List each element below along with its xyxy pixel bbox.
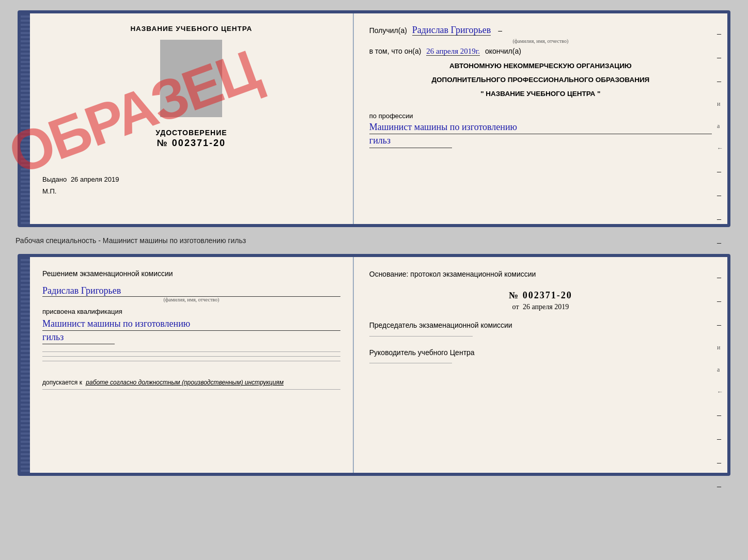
- side-dashes-bottom: – – – и а ← – – – –: [717, 273, 723, 491]
- bottom-right-panel: Основание: протокол экзаменационной коми…: [354, 257, 727, 473]
- ruk-title: Руководитель учебного Центра: [369, 347, 712, 359]
- bottom-document: Решением экзаменационной комиссии Радисл…: [18, 254, 730, 476]
- bottom-left-panel: Решением экзаменационной комиссии Радисл…: [30, 257, 354, 473]
- poluchil-block: Получил(а) Радислав Григорьев –: [369, 25, 712, 36]
- ruk-sign-line: [369, 363, 452, 363]
- pred-sign-line: [369, 336, 473, 337]
- pred-title: Председатель экзаменационной комиссии: [369, 319, 712, 332]
- profession-line1: Машинист машины по изготовлению: [369, 121, 712, 134]
- finish-date: 26 апреля 2019г.: [426, 47, 480, 56]
- bottom-fam-subtitle: (фамилия, имя, отчество): [42, 297, 340, 302]
- top-right-panel: Получил(а) Радислав Григорьев – (фамилия…: [354, 13, 727, 224]
- vydano-date: 26 апреля 2019: [71, 175, 119, 183]
- school-name-title: НАЗВАНИЕ УЧЕБНОГО ЦЕНТРА: [42, 25, 340, 33]
- side-dashes-top: – – – и а ← – – – –: [717, 29, 723, 247]
- bottom-recipient-name: Радислав Григорьев: [42, 285, 340, 297]
- mp-line: М.П.: [42, 187, 340, 195]
- profession-line2: гильз: [369, 134, 452, 148]
- dopusk-label: допускается к: [42, 379, 82, 386]
- recipient-name: Радислав Григорьев: [412, 25, 491, 36]
- spine-top: [21, 13, 30, 224]
- qualification-line2: гильз: [42, 331, 115, 344]
- vydano-line: Выдано 26 апреля 2019: [42, 175, 340, 183]
- komissia-title: Решением экзаменационной комиссии: [42, 268, 340, 279]
- blank-line2: [42, 356, 340, 357]
- blank-line3: [42, 361, 340, 361]
- po-professii-label: по профессии: [369, 112, 712, 120]
- qualification-line1: Машинист машины по изготовлению: [42, 317, 340, 331]
- dash1: –: [498, 26, 502, 35]
- vydano-label: Выдано: [42, 175, 67, 183]
- stamp-text: ОБРАЗЕЦ: [3, 43, 264, 180]
- org-line1: АВТОНОМНУЮ НЕКОММЕРЧЕСКУЮ ОРГАНИЗАЦИЮ: [369, 61, 712, 72]
- udostoverenie-block: УДОСТОВЕРЕНИЕ № 002371-20: [42, 129, 340, 150]
- bottom-date-line: от 26 апреля 2019: [369, 303, 712, 311]
- okonchil-label: окончил(а): [485, 47, 521, 55]
- prisvoena-label: присвоена квалификация: [42, 308, 340, 315]
- separator-text: Рабочая специальность - Машинист машины …: [10, 236, 246, 245]
- bottom-num: № 002371-20: [369, 290, 712, 301]
- udostoverenie-label: УДОСТОВЕРЕНИЕ: [42, 129, 340, 137]
- fam-subtitle-top: (фамилия, имя, отчество): [369, 38, 712, 44]
- blank-line1: [42, 351, 340, 352]
- poluchil-label: Получил(а): [369, 26, 407, 35]
- osnovanie-text: Основание: протокол экзаменационной коми…: [369, 268, 712, 281]
- dopusk-text: работе согласно должностным (производств…: [86, 379, 284, 386]
- udostoverenie-num: № 002371-20: [42, 138, 340, 149]
- ot-label: от: [512, 303, 519, 311]
- bottom-date: 26 апреля 2019: [523, 303, 569, 311]
- dopusk-block: допускается к работе согласно должностны…: [42, 379, 340, 386]
- spine-bottom: [21, 257, 30, 473]
- org-line2: ДОПОЛНИТЕЛЬНОГО ПРОФЕССИОНАЛЬНОГО ОБРАЗО…: [369, 75, 712, 86]
- top-document: НАЗВАНИЕ УЧЕБНОГО ЦЕНТРА ОБРАЗЕЦ УДОСТОВ…: [18, 10, 730, 227]
- photo-box: [160, 40, 222, 117]
- org-line3: " НАЗВАНИЕ УЧЕБНОГО ЦЕНТРА ": [369, 89, 712, 100]
- dopusk-line: [42, 389, 340, 390]
- vtom-line: в том, что он(а) 26 апреля 2019г. окончи…: [369, 47, 712, 56]
- vtom-label: в том, что он(а): [369, 47, 422, 55]
- top-left-panel: НАЗВАНИЕ УЧЕБНОГО ЦЕНТРА ОБРАЗЕЦ УДОСТОВ…: [30, 13, 354, 224]
